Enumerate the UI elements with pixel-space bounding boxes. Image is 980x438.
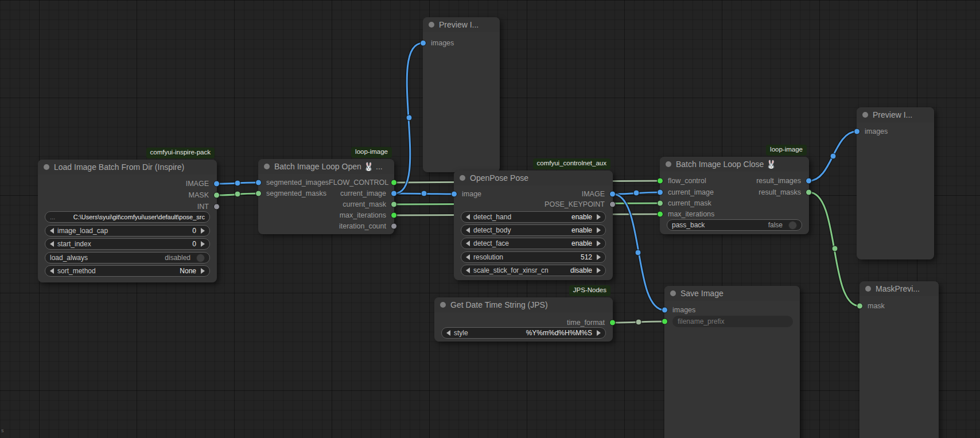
widget-detect-face[interactable]: detect_face enable bbox=[461, 238, 606, 249]
node-title: Preview I... bbox=[439, 20, 479, 29]
node-save-image[interactable]: Save Image images filename_prefix bbox=[664, 286, 800, 438]
node-title-bar[interactable]: Preview I... bbox=[423, 17, 500, 32]
increment-arrow-icon[interactable] bbox=[201, 268, 205, 274]
node-title-bar[interactable]: MaskPrevi... bbox=[860, 281, 939, 296]
node-title-bar[interactable]: Get Date Time String (JPS) bbox=[434, 297, 613, 312]
decrement-arrow-icon[interactable] bbox=[50, 268, 54, 274]
link-midpoint-dot[interactable] bbox=[633, 190, 639, 196]
output-port-current-image[interactable] bbox=[391, 191, 397, 197]
collapse-dot-icon[interactable] bbox=[264, 164, 270, 169]
output-port-iteration-count[interactable] bbox=[391, 223, 397, 230]
port-row: time_format bbox=[434, 317, 613, 328]
decrement-arrow-icon[interactable] bbox=[50, 241, 54, 247]
node-title-bar[interactable]: Batch Image Loop Open 🐰 ... bbox=[258, 159, 394, 174]
link-midpoint-dot[interactable] bbox=[635, 250, 641, 255]
node-title-bar[interactable]: Load Image Batch From Dir (Inspire) bbox=[38, 160, 217, 175]
node-get-date-time-string[interactable]: JPS-Nodes Get Date Time String (JPS) tim… bbox=[434, 297, 613, 342]
input-port-images[interactable] bbox=[662, 307, 668, 313]
widget-detect-hand[interactable]: detect_hand enable bbox=[461, 211, 606, 223]
increment-arrow-icon[interactable] bbox=[597, 254, 601, 260]
widget-scale-stick[interactable]: scale_stick_for_xinsr_cn disable bbox=[461, 265, 606, 276]
collapse-dot-icon[interactable] bbox=[440, 302, 446, 308]
collapse-dot-icon[interactable] bbox=[862, 112, 868, 118]
collapse-dot-icon[interactable] bbox=[460, 175, 465, 181]
node-title-bar[interactable]: OpenPose Pose bbox=[454, 170, 613, 185]
node-title-bar[interactable]: Save Image bbox=[664, 286, 800, 301]
decrement-arrow-icon[interactable] bbox=[466, 241, 470, 246]
port-row: images bbox=[857, 126, 934, 137]
input-port-flow-control[interactable] bbox=[657, 178, 663, 184]
node-title-bar[interactable]: Batch Image Loop Close 🐰 bbox=[660, 157, 809, 172]
collapse-dot-icon[interactable] bbox=[670, 290, 676, 296]
increment-arrow-icon[interactable] bbox=[597, 227, 601, 233]
node-preview-image-right[interactable]: Preview I... images bbox=[857, 107, 934, 259]
increment-arrow-icon[interactable] bbox=[597, 241, 601, 246]
input-port-images[interactable] bbox=[854, 129, 860, 135]
node-preview-image-top[interactable]: Preview I... images bbox=[423, 17, 500, 172]
decrement-arrow-icon[interactable] bbox=[466, 214, 470, 220]
input-port-mask[interactable] bbox=[857, 303, 863, 309]
node-load-image-batch[interactable]: comfyui-inspire-pack Load Image Batch Fr… bbox=[38, 160, 217, 282]
collapse-dot-icon[interactable] bbox=[666, 161, 671, 167]
link-midpoint-dot[interactable] bbox=[636, 319, 641, 325]
input-port-segmented-masks[interactable] bbox=[255, 191, 262, 197]
increment-arrow-icon[interactable] bbox=[201, 241, 205, 247]
output-port-time-format[interactable] bbox=[609, 320, 616, 326]
output-port-image[interactable] bbox=[609, 191, 616, 197]
collapse-dot-icon[interactable] bbox=[429, 22, 434, 28]
input-port-current-image[interactable] bbox=[657, 189, 663, 196]
collapse-dot-icon[interactable] bbox=[865, 286, 871, 292]
output-port-flow-control[interactable] bbox=[391, 180, 397, 186]
output-port-result-images[interactable] bbox=[806, 178, 812, 184]
toggle-knob[interactable] bbox=[196, 254, 205, 262]
widget-pass-back[interactable]: pass_back false bbox=[667, 219, 802, 231]
widget-resolution[interactable]: resolution 512 bbox=[461, 251, 606, 263]
link-midpoint-dot[interactable] bbox=[235, 180, 240, 186]
input-port-segmented-images[interactable] bbox=[255, 180, 262, 186]
node-batch-image-loop-close[interactable]: loop-image Batch Image Loop Close 🐰 flow… bbox=[660, 157, 809, 234]
node-batch-image-loop-open[interactable]: loop-image Batch Image Loop Open 🐰 ... s… bbox=[258, 159, 394, 234]
link-midpoint-dot[interactable] bbox=[235, 191, 240, 197]
node-openpose-pose[interactable]: comfyui_controlnet_aux OpenPose Pose ima… bbox=[454, 170, 613, 280]
input-port-image[interactable] bbox=[451, 191, 457, 197]
collapse-dot-icon[interactable] bbox=[44, 164, 49, 170]
decrement-arrow-icon[interactable] bbox=[466, 227, 470, 233]
node-title-bar[interactable]: Preview I... bbox=[857, 107, 934, 122]
output-port-max-iterations[interactable] bbox=[391, 212, 397, 219]
increment-arrow-icon[interactable] bbox=[597, 214, 601, 220]
widget-style[interactable]: style %Y%m%d%H%M%S bbox=[441, 327, 606, 339]
link-midpoint-dot[interactable] bbox=[830, 153, 836, 159]
output-port-image[interactable] bbox=[213, 181, 220, 187]
widget-sort-method[interactable]: sort_method None bbox=[45, 265, 210, 277]
widget-detect-body[interactable]: detect_body enable bbox=[461, 224, 606, 236]
widget-filename-prefix[interactable]: filename_prefix bbox=[672, 316, 793, 327]
input-port-current-mask[interactable] bbox=[657, 200, 663, 207]
increment-arrow-icon[interactable] bbox=[597, 268, 601, 273]
node-graph-canvas[interactable]: comfyui-inspire-pack Load Image Batch Fr… bbox=[0, 0, 980, 438]
node-title: MaskPrevi... bbox=[876, 284, 920, 293]
output-port-current-mask[interactable] bbox=[391, 201, 397, 208]
decrement-arrow-icon[interactable] bbox=[466, 254, 470, 260]
output-port-int[interactable] bbox=[213, 204, 220, 210]
widget-image-load-cap[interactable]: image_load_cap 0 bbox=[45, 225, 210, 237]
widget-load-always[interactable]: load_always disabled bbox=[45, 252, 210, 263]
increment-arrow-icon[interactable] bbox=[597, 330, 601, 336]
output-port-result-masks[interactable] bbox=[806, 189, 812, 196]
toggle-knob[interactable] bbox=[788, 221, 797, 230]
node-mask-preview[interactable]: MaskPrevi... mask bbox=[860, 281, 939, 438]
decrement-arrow-icon[interactable] bbox=[50, 228, 54, 234]
widget-start-index[interactable]: start_index 0 bbox=[45, 238, 210, 250]
widget-directory-path[interactable]: ... C:\Users\syui\git\comfyui\user\defau… bbox=[45, 211, 210, 223]
decrement-arrow-icon[interactable] bbox=[466, 268, 470, 273]
link-midpoint-dot[interactable] bbox=[832, 246, 838, 251]
increment-arrow-icon[interactable] bbox=[201, 228, 205, 234]
input-port-max-iterations[interactable] bbox=[657, 211, 663, 218]
node-badge: comfyui_controlnet_aux bbox=[533, 158, 610, 169]
input-port-filename-prefix[interactable] bbox=[662, 319, 668, 325]
link-midpoint-dot[interactable] bbox=[406, 115, 412, 121]
input-port-images[interactable] bbox=[420, 40, 426, 46]
output-port-pose-keypoint[interactable] bbox=[609, 201, 616, 208]
decrement-arrow-icon[interactable] bbox=[446, 330, 450, 336]
link-midpoint-dot[interactable] bbox=[421, 191, 427, 196]
output-port-mask[interactable] bbox=[213, 192, 220, 199]
